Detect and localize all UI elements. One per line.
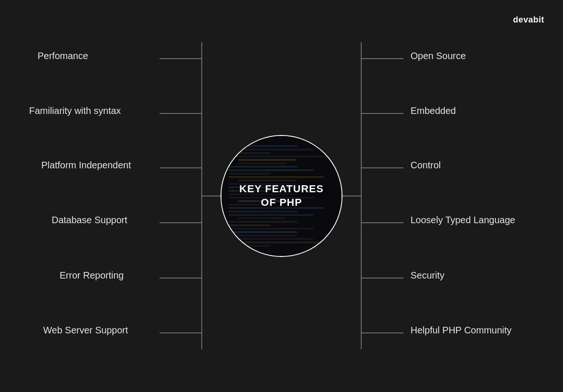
label-community: Helpful PHP Community [411,325,511,336]
center-circle: KEY FEATURESOF PHP [221,135,342,257]
circle-text-overlay: KEY FEATURESOF PHP [221,136,342,256]
label-embedded: Embedded [411,106,456,116]
label-platform: Platform Independent [41,160,131,171]
label-database: Database Support [52,215,127,226]
label-opensource: Open Source [411,51,466,61]
label-error: Error Reporting [60,270,124,281]
circle-title: KEY FEATURESOF PHP [239,182,324,209]
label-control: Control [411,160,441,171]
label-performance: Perfomance [38,51,88,61]
brand-logo: devabit [513,15,544,25]
label-familiarity: Familiarity with syntax [29,106,121,116]
label-security: Security [411,270,444,281]
label-loosely: Loosely Typed Language [411,215,515,226]
label-webserver: Web Server Support [43,325,128,336]
